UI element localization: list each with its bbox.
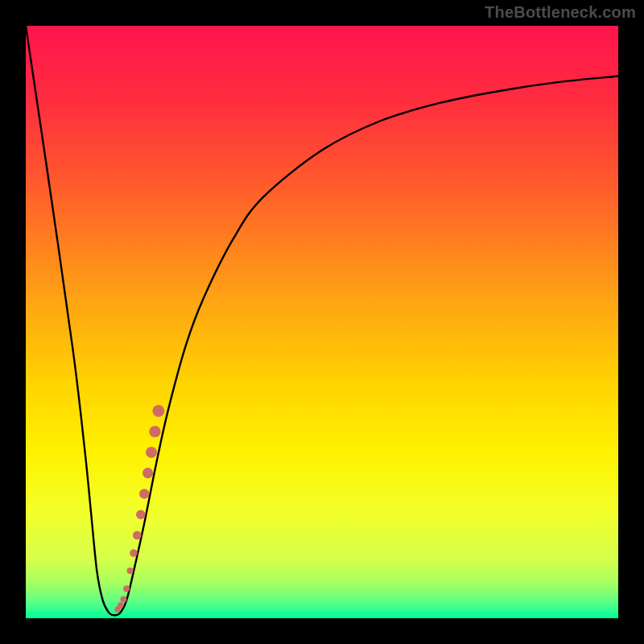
highlight-dot <box>139 489 149 498</box>
highlight-dot <box>136 510 146 519</box>
highlight-dot <box>149 426 160 437</box>
highlight-dot <box>127 568 134 574</box>
plot-svg <box>26 26 618 618</box>
watermark-text: TheBottleneck.com <box>485 3 636 22</box>
highlight-dot <box>120 596 126 602</box>
plot-area <box>26 26 618 618</box>
highlight-dot <box>123 585 130 592</box>
gradient-background <box>26 26 618 618</box>
chart-frame: TheBottleneck.com <box>0 0 644 644</box>
highlight-dot <box>133 531 142 540</box>
highlight-dot <box>142 468 153 478</box>
highlight-dot <box>118 602 124 609</box>
highlight-dot <box>130 549 138 557</box>
highlight-dot <box>152 405 164 417</box>
highlight-dot <box>146 447 157 458</box>
